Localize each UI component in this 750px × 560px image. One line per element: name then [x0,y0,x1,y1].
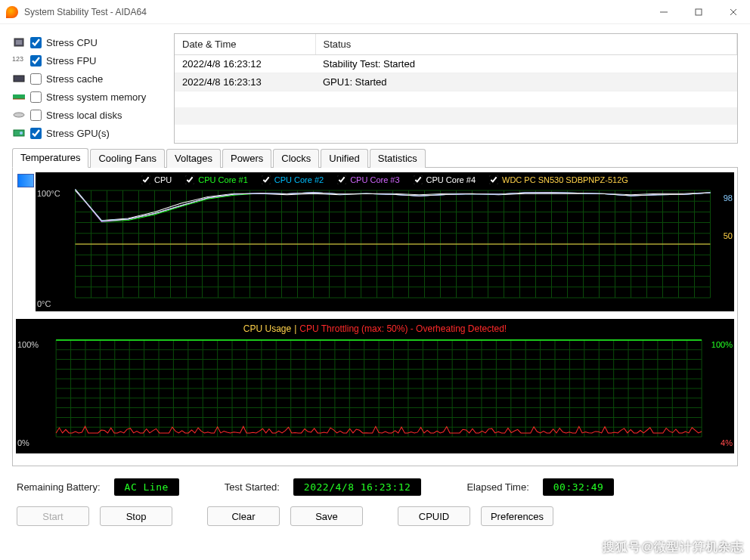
log-table: Date & Time Status 2022/4/8 16:23:12Stab… [175,34,737,141]
temp-right-top: 98 [724,193,733,203]
usage-chart-svg [19,337,731,443]
log-row[interactable]: 2022/4/8 16:23:12Stability Test: Started [175,55,737,73]
stress-row-cpu: Stress CPU [12,33,166,51]
stress-disks-label: Stress local disks [46,110,122,121]
log-header-datetime[interactable]: Date & Time [175,34,315,55]
elapsed-value: 00:32:49 [543,478,615,496]
elapsed-label: Elapsed Time: [466,481,528,493]
status-row: Remaining Battery: AC Line Test Started:… [12,466,738,506]
tab-temperatures[interactable]: Temperatures [12,148,88,168]
save-button[interactable]: Save [290,506,363,526]
battery-value: AC Line [114,478,179,496]
usage-chart: CPU Usage|CPU Throttling (max: 50%) - Ov… [16,319,734,453]
cpuid-button[interactable]: CPUID [398,506,470,526]
preferences-button[interactable]: Preferences [481,506,553,526]
temp-legend: CPU CPU Core #1 CPU Core #2 CPU Core #3 … [36,172,734,186]
started-value: 2022/4/8 16:23:12 [293,478,422,496]
stress-gpu-label: Stress GPU(s) [46,128,110,139]
svg-rect-6 [14,76,24,82]
svg-rect-7 [13,94,25,99]
temp-chart-svg [36,186,734,305]
svg-rect-1 [696,9,702,15]
svg-point-11 [20,131,23,135]
usage-right-top: 100% [711,340,733,349]
tab-clocks[interactable]: Clocks [273,149,319,168]
log-row[interactable]: 2022/4/8 16:23:13GPU1: Started [175,73,737,91]
stress-cpu-checkbox[interactable] [30,37,42,48]
legend-core3[interactable]: CPU Core #3 [337,175,399,184]
tab-powers[interactable]: Powers [222,149,271,168]
usage-legend: CPU Usage|CPU Throttling (max: 50%) - Ov… [19,319,731,337]
stress-row-disks: Stress local disks [12,106,166,124]
sensor-swatch[interactable] [17,174,34,187]
log-panel: Date & Time Status 2022/4/8 16:23:12Stab… [174,33,738,144]
stress-disks-checkbox[interactable] [30,110,42,121]
stress-memory-label: Stress system memory [46,91,146,103]
usage-right-bot: 4% [721,438,733,447]
legend-core1[interactable]: CPU Core #1 [185,175,247,184]
log-row-empty [175,125,737,141]
stress-row-memory: Stress system memory [12,88,166,106]
gpu-icon [12,128,26,138]
window-title: System Stability Test - AIDA64 [24,7,653,17]
clear-button[interactable]: Clear [207,506,280,526]
cpu-chip-icon [12,37,26,48]
tab-unified[interactable]: Unified [321,149,367,168]
stress-gpu-checkbox[interactable] [30,128,42,139]
stress-row-gpu: Stress GPU(s) [12,124,166,142]
log-header-status[interactable]: Status [315,34,737,55]
temp-ymin: 0°C [37,299,51,308]
cache-icon [12,73,26,84]
tab-statistics[interactable]: Statistics [370,149,426,168]
legend-ssd[interactable]: WDC PC SN530 SDBPNPZ-512G [489,175,628,184]
started-label: Test Started: [225,481,280,493]
titlebar: System Stability Test - AIDA64 [0,0,750,24]
close-button[interactable] [723,2,744,23]
usage-ymin: 0% [17,438,29,447]
tab-cooling-fans[interactable]: Cooling Fans [90,149,165,168]
window-buttons [653,2,744,23]
legend-core4[interactable]: CPU Core #4 [414,175,476,184]
watermark: 搜狐号@微型计算机杂志 [603,540,744,555]
stress-row-cache: Stress cache [12,70,166,88]
tab-bar: Temperatures Cooling Fans Voltages Power… [12,148,738,168]
legend-core2[interactable]: CPU Core #2 [262,175,324,184]
chart-area: CPU CPU Core #1 CPU Core #2 CPU Core #3 … [12,168,738,466]
svg-rect-5 [16,40,22,45]
app-icon [6,6,18,18]
stop-button[interactable]: Stop [100,506,172,526]
usage-ymax: 100% [17,340,39,349]
chart-left-gutter [16,172,36,311]
temperature-chart: CPU CPU Core #1 CPU Core #2 CPU Core #3 … [16,172,734,311]
stress-cache-checkbox[interactable] [30,73,42,85]
stress-cpu-label: Stress CPU [46,37,98,48]
battery-label: Remaining Battery: [17,481,101,493]
button-row: Start Stop Clear Save CPUID Preferences [12,506,738,534]
memory-icon [12,91,26,102]
temp-right-mid: 50 [724,231,733,240]
stress-options: Stress CPU 123 Stress FPU Stress cache S… [12,33,166,144]
legend-cpu[interactable]: CPU [141,175,172,184]
log-row-empty [175,108,737,125]
fpu-icon: 123 [12,55,26,66]
stress-row-fpu: 123 Stress FPU [12,51,166,70]
stress-memory-checkbox[interactable] [30,91,42,103]
minimize-button[interactable] [653,2,674,23]
svg-point-9 [14,113,24,117]
stress-fpu-label: Stress FPU [46,55,96,67]
disk-icon [12,110,26,120]
stress-cache-label: Stress cache [46,73,103,85]
log-row-empty [175,91,737,108]
stress-fpu-checkbox[interactable] [30,55,42,67]
maximize-button[interactable] [688,2,709,23]
temp-ymax: 100°C [37,189,60,198]
tab-voltages[interactable]: Voltages [166,149,221,168]
start-button[interactable]: Start [17,506,89,526]
